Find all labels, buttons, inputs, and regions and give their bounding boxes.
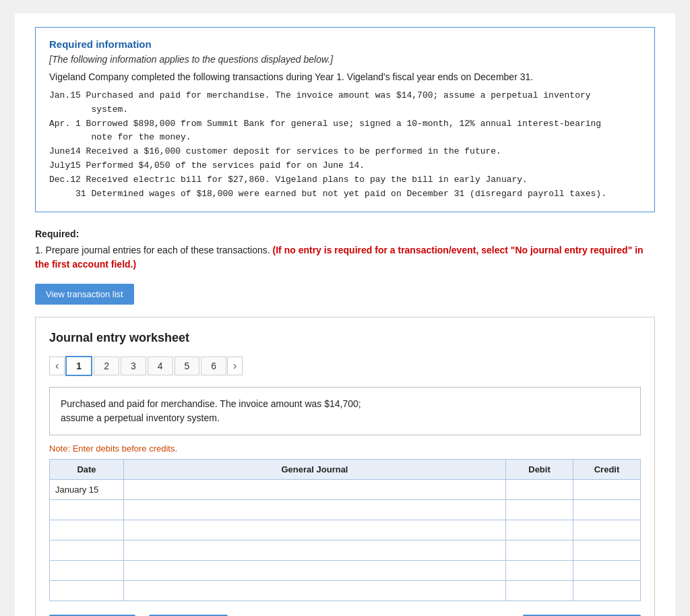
debit-cell-1[interactable] — [506, 480, 573, 500]
col-header-debit: Debit — [506, 460, 573, 480]
table-row: January 15 — [50, 480, 641, 500]
required-label: Required: — [35, 228, 655, 239]
credit-input-3[interactable] — [573, 520, 640, 540]
credit-input-2[interactable] — [573, 500, 640, 520]
gj-input-2[interactable] — [124, 500, 505, 520]
gj-cell-6[interactable] — [124, 581, 506, 601]
table-row — [50, 500, 641, 520]
gj-input-3[interactable] — [124, 520, 505, 540]
credit-input-5[interactable] — [573, 561, 640, 580]
gj-cell-5[interactable] — [124, 561, 506, 581]
tab-4[interactable]: 4 — [148, 357, 173, 375]
gj-cell-3[interactable] — [124, 520, 506, 541]
credit-input-1[interactable] — [573, 480, 640, 499]
info-intro: Vigeland Company completed the following… — [49, 71, 641, 82]
debit-input-1[interactable] — [506, 480, 573, 499]
transaction-description: Purchased and paid for merchandise. The … — [49, 387, 641, 435]
date-cell-6 — [50, 581, 124, 601]
gj-input-6[interactable] — [124, 581, 505, 600]
tab-prev-arrow[interactable]: ‹ — [49, 357, 65, 375]
info-subtitle: [The following information applies to th… — [49, 54, 641, 65]
view-transaction-button[interactable]: View transaction list — [35, 284, 134, 305]
date-cell-4 — [50, 541, 124, 561]
worksheet-container: Journal entry worksheet ‹ 1 2 3 4 5 6 › … — [35, 317, 655, 616]
date-cell-3 — [50, 520, 124, 541]
debit-input-4[interactable] — [506, 541, 573, 560]
col-header-gj: General Journal — [124, 460, 506, 480]
gj-cell-1[interactable] — [124, 480, 506, 500]
tab-3[interactable]: 3 — [121, 357, 146, 375]
tab-5[interactable]: 5 — [175, 357, 200, 375]
table-row — [50, 520, 641, 541]
debit-input-2[interactable] — [506, 500, 573, 520]
date-cell-1: January 15 — [50, 480, 124, 500]
gj-input-4[interactable] — [124, 541, 505, 560]
debit-cell-4[interactable] — [506, 541, 573, 561]
table-row — [50, 541, 641, 561]
credit-cell-4[interactable] — [573, 541, 641, 561]
debit-cell-6[interactable] — [506, 581, 573, 601]
credit-cell-1[interactable] — [573, 480, 641, 500]
worksheet-title: Journal entry worksheet — [49, 331, 641, 345]
info-transactions: Jan.15 Purchased and paid for merchandis… — [49, 89, 641, 201]
col-header-credit: Credit — [573, 460, 641, 480]
required-section: Required: 1. Prepare journal entries for… — [35, 228, 655, 272]
tab-2[interactable]: 2 — [94, 357, 119, 375]
credit-input-6[interactable] — [573, 581, 640, 600]
debit-input-6[interactable] — [506, 581, 573, 600]
page-container: Required information [The following info… — [15, 13, 675, 616]
journal-table: Date General Journal Debit Credit Januar… — [49, 459, 641, 601]
date-cell-5 — [50, 561, 124, 581]
table-row — [50, 561, 641, 581]
tab-next-arrow[interactable]: › — [227, 357, 243, 375]
debit-input-5[interactable] — [506, 561, 573, 580]
credit-cell-2[interactable] — [573, 500, 641, 520]
credit-cell-6[interactable] — [573, 581, 641, 601]
credit-cell-5[interactable] — [573, 561, 641, 581]
col-header-date: Date — [50, 460, 124, 480]
debit-cell-5[interactable] — [506, 561, 573, 581]
gj-cell-2[interactable] — [124, 500, 506, 520]
date-cell-2 — [50, 500, 124, 520]
tab-1[interactable]: 1 — [65, 356, 92, 376]
note-text: Note: Enter debits before credits. — [49, 443, 641, 454]
tab-6[interactable]: 6 — [201, 357, 226, 375]
info-box: Required information [The following info… — [35, 27, 655, 212]
gj-input-1[interactable] — [124, 480, 505, 499]
gj-cell-4[interactable] — [124, 541, 506, 561]
info-title: Required information — [49, 38, 641, 50]
required-instruction: 1. Prepare journal entries for each of t… — [35, 243, 655, 272]
debit-input-3[interactable] — [506, 520, 573, 540]
debit-cell-3[interactable] — [506, 520, 573, 541]
credit-input-4[interactable] — [573, 541, 640, 560]
credit-cell-3[interactable] — [573, 520, 641, 541]
tab-navigation: ‹ 1 2 3 4 5 6 › — [49, 356, 641, 376]
gj-input-5[interactable] — [124, 561, 505, 580]
table-row — [50, 581, 641, 601]
debit-cell-2[interactable] — [506, 500, 573, 520]
